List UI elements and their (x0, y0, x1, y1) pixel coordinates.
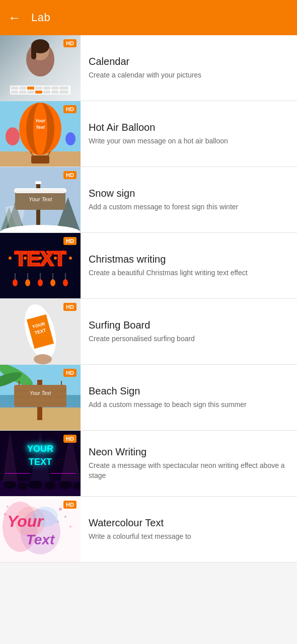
item-info-watercolour: Watercolour Text Write a colourful text … (81, 510, 297, 549)
svg-point-89 (18, 482, 28, 490)
svg-rect-3 (31, 46, 36, 59)
svg-point-45 (9, 257, 12, 260)
svg-rect-28 (31, 155, 49, 164)
svg-text:TEXT: TEXT (29, 457, 52, 467)
item-desc: Write a colourful text message to (89, 532, 289, 542)
items-list: HD Calendar Create a calendar with your … (0, 35, 297, 562)
svg-point-113 (69, 526, 71, 528)
thumbnail-calendar: HD (0, 35, 81, 101)
item-desc: Create a calendar with your pictures (89, 70, 289, 80)
list-item[interactable]: Your Text HD Beach Sign Add a custom mes… (0, 365, 297, 431)
svg-point-53 (69, 257, 72, 260)
hd-badge: HD (63, 237, 77, 245)
item-info-christmas: Christmas writing Create a beautiful Chr… (81, 246, 297, 285)
item-info-balloon: Hot Air Balloon Write your own message o… (81, 114, 297, 153)
hd-badge: HD (63, 171, 77, 179)
svg-text:Text: Text (36, 125, 45, 130)
item-title: Snow sign (89, 187, 289, 199)
list-item[interactable]: YOUR TEXT HD Surfing Board Create person… (0, 299, 297, 365)
item-info-surfing: Surfing Board Create personalised surfin… (81, 312, 297, 351)
svg-text:Text: Text (26, 532, 55, 547)
hd-badge: HD (63, 39, 77, 47)
thumbnail-neon: YOUR TEXT YOUR TEXT HD (0, 431, 81, 496)
svg-point-114 (7, 506, 9, 508)
hd-badge: HD (63, 369, 77, 377)
svg-point-55 (13, 279, 18, 286)
item-info-snow: Snow sign Add a custom message to forest… (81, 180, 297, 219)
svg-text:Your Text: Your Text (30, 390, 51, 396)
svg-rect-37 (35, 181, 41, 184)
list-item[interactable]: YOUR TEXT YOUR TEXT HD Neon Writing Crea… (0, 431, 297, 497)
svg-point-63 (63, 279, 68, 286)
hd-badge: HD (63, 435, 77, 443)
svg-text:Your Text: Your Text (29, 196, 52, 202)
item-desc: Create personalised surfing board (89, 334, 289, 344)
list-item[interactable]: Your Text HD Watercolour Text Write a co… (0, 497, 297, 562)
svg-rect-39 (14, 188, 66, 193)
item-title: Neon Writing (89, 446, 289, 458)
hd-badge: HD (63, 303, 77, 311)
hd-badge: HD (63, 501, 77, 509)
svg-rect-10 (51, 87, 58, 90)
hd-badge: HD (63, 105, 77, 113)
item-desc: Add a custom message to beach sign this … (89, 400, 289, 410)
item-info-calendar: Calendar Create a calendar with your pic… (81, 48, 297, 88)
back-button[interactable]: ← (8, 10, 21, 26)
page-title: Lab (31, 11, 50, 24)
thumbnail-snow: Your Text HD (0, 167, 81, 232)
svg-point-57 (25, 279, 30, 286)
svg-rect-7 (27, 87, 34, 90)
svg-rect-14 (27, 91, 34, 94)
item-title: Hot Air Balloon (89, 121, 289, 133)
item-title: Christmas writing (89, 253, 289, 265)
app-header: ← Lab (0, 0, 297, 35)
thumbnail-balloon: Your Text HD (0, 101, 81, 167)
item-desc: Add a custom message to forest sign this… (89, 202, 289, 212)
item-desc: Write your own message on a hot air ball… (89, 136, 289, 146)
svg-point-61 (50, 279, 55, 286)
svg-rect-6 (19, 87, 26, 90)
item-title: Surfing Board (89, 319, 289, 331)
thumbnail-beach: Your Text HD (0, 365, 81, 430)
svg-point-90 (28, 480, 42, 489)
svg-point-115 (4, 513, 7, 516)
svg-rect-15 (35, 91, 42, 94)
svg-rect-8 (35, 87, 42, 90)
svg-rect-79 (14, 385, 66, 407)
svg-text:TEXT: TEXT (15, 248, 66, 270)
svg-rect-18 (59, 91, 68, 94)
item-title: Calendar (89, 55, 289, 67)
svg-rect-9 (43, 87, 50, 90)
item-info-beach: Beach Sign Add a custom message to beach… (81, 378, 297, 417)
svg-rect-17 (51, 91, 58, 94)
svg-text:YOUR: YOUR (27, 444, 53, 454)
svg-point-88 (4, 481, 16, 489)
item-desc: Create a beautiful Christmas light writi… (89, 268, 289, 278)
svg-text:Your: Your (7, 512, 44, 530)
list-item[interactable]: Your Text HD Snow sign Add a custom mess… (0, 167, 297, 233)
svg-point-92 (59, 481, 72, 489)
list-item[interactable]: TEXT TEXT (0, 233, 297, 299)
svg-rect-12 (11, 91, 18, 94)
svg-rect-11 (59, 87, 68, 90)
svg-point-72 (34, 354, 52, 364)
svg-point-29 (6, 127, 20, 145)
item-title: Beach Sign (89, 385, 289, 397)
svg-point-110 (59, 508, 62, 511)
list-item[interactable]: Your Text HD Hot Air Balloon Write your … (0, 101, 297, 167)
svg-rect-16 (43, 91, 50, 94)
svg-point-30 (65, 132, 76, 145)
svg-point-112 (57, 521, 59, 523)
svg-text:Your: Your (35, 118, 46, 123)
svg-point-91 (45, 481, 56, 490)
item-desc: Create a message with spectacular neon w… (89, 461, 289, 480)
item-title: Watercolour Text (89, 517, 289, 529)
list-item[interactable]: HD Calendar Create a calendar with your … (0, 35, 297, 101)
svg-rect-13 (19, 91, 26, 94)
svg-point-59 (38, 279, 43, 286)
thumbnail-surfing: YOUR TEXT HD (0, 299, 81, 364)
svg-point-111 (64, 516, 66, 518)
thumbnail-watercolour: Your Text HD (0, 497, 81, 562)
item-info-neon: Neon Writing Create a message with spect… (81, 439, 297, 488)
thumbnail-christmas: TEXT TEXT (0, 233, 81, 298)
